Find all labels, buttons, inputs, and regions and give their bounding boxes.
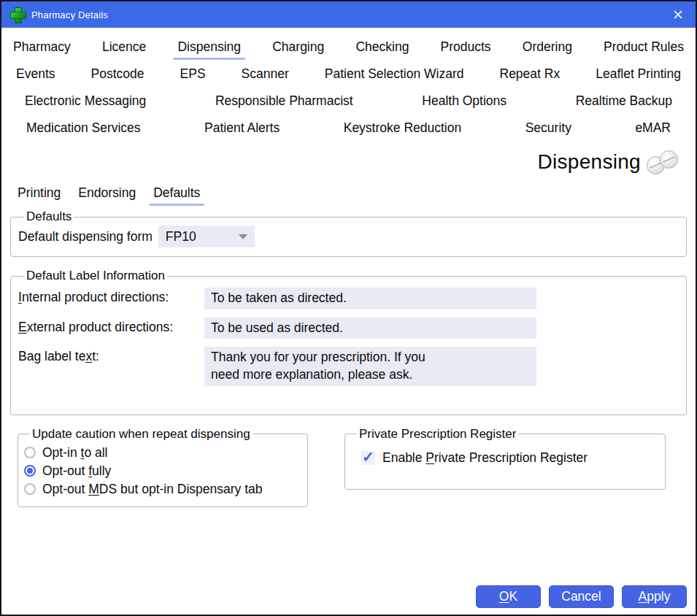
radio-button[interactable]	[24, 465, 36, 477]
tab-row-3: Electronic Messaging Responsible Pharmac…	[1, 88, 696, 115]
tab-row-1: Pharmacy Licence Dispensing Charging Che…	[1, 34, 696, 61]
private-rx-legend: Private Prescription Register	[357, 427, 518, 442]
titlebar: Pharmacy Details ✕	[1, 1, 696, 28]
radio-label: Opt-out fully	[42, 463, 111, 479]
enable-private-rx-row[interactable]: ✓ Enable Private Prescription Register	[361, 450, 659, 466]
tab-leaflet-printing[interactable]: Leaflet Printing	[596, 66, 681, 82]
pharmacy-details-dialog: Pharmacy Details ✕ Pharmacy Licence Disp…	[0, 0, 697, 616]
checkbox[interactable]: ✓	[361, 451, 375, 465]
tab-product-rules[interactable]: Product Rules	[604, 39, 684, 55]
button-bar: OK Cancel Apply	[476, 585, 687, 608]
tab-electronic-messaging[interactable]: Electronic Messaging	[25, 93, 146, 109]
chevron-down-icon	[239, 234, 247, 239]
tab-health-options[interactable]: Health Options	[422, 93, 507, 109]
tab-checking[interactable]: Checking	[355, 39, 409, 55]
bottom-groups: Update caution when repeat dispensing Op…	[18, 427, 679, 507]
radio-button[interactable]	[24, 447, 36, 458]
defaults-groupbox: Defaults Default dispensing form FP10	[10, 209, 687, 257]
private-rx-groupbox: Private Prescription Register ✓ Enable P…	[344, 427, 666, 490]
check-icon: ✓	[362, 450, 374, 464]
tab-security[interactable]: Security	[525, 120, 571, 136]
external-directions-input[interactable]: To be used as directed.	[204, 317, 536, 339]
dispensing-form-row: Default dispensing form FP10	[18, 226, 679, 247]
tab-emar[interactable]: eMAR	[635, 120, 671, 136]
tab-ordering[interactable]: Ordering	[523, 39, 572, 55]
internal-directions-label: Internal product directions:	[18, 288, 204, 305]
tab-events[interactable]: Events	[16, 66, 55, 82]
tab-patient-selection-wizard[interactable]: Patient Selection Wizard	[325, 66, 464, 82]
tab-eps[interactable]: EPS	[180, 66, 206, 82]
subtab-printing[interactable]: Printing	[18, 185, 61, 201]
close-icon[interactable]: ✕	[669, 8, 687, 22]
update-caution-groupbox: Update caution when repeat dispensing Op…	[18, 427, 308, 507]
external-directions-label: External product directions:	[18, 317, 204, 335]
tab-scanner[interactable]: Scanner	[242, 66, 289, 82]
radio-label: Opt-out MDS but opt-in Dispensary tab	[42, 482, 263, 497]
tab-products[interactable]: Products	[441, 39, 491, 55]
dispensing-form-label: Default dispensing form	[18, 229, 153, 245]
tab-row-4: Medication Services Patient Alerts Keyst…	[1, 115, 696, 142]
tab-realtime-backup[interactable]: Realtime Backup	[576, 93, 672, 109]
sub-tabs: Printing Endorsing Defaults	[18, 185, 696, 201]
ok-button[interactable]: OK	[476, 585, 541, 608]
label-info-legend: Default Label Information	[24, 269, 167, 283]
window-title: Pharmacy Details	[31, 9, 108, 20]
main-tabs: Pharmacy Licence Dispensing Charging Che…	[1, 28, 696, 142]
label-info-groupbox: Default Label Information Internal produ…	[10, 269, 687, 415]
internal-directions-input[interactable]: To be taken as directed.	[204, 288, 536, 309]
update-caution-legend: Update caution when repeat dispensing	[30, 427, 253, 442]
radio-opt-in-to-all[interactable]: Opt-in to all	[24, 445, 301, 461]
external-directions-row: External product directions: To be used …	[18, 317, 679, 339]
dispensing-form-value: FP10	[166, 229, 196, 245]
radio-opt-out-fully[interactable]: Opt-out fully	[24, 463, 301, 479]
bag-label-label: Bag label text:	[18, 347, 204, 364]
radio-opt-out-mds[interactable]: Opt-out MDS but opt-in Dispensary tab	[24, 482, 301, 497]
radio-button[interactable]	[24, 483, 36, 495]
tab-dispensing[interactable]: Dispensing	[177, 39, 241, 55]
tab-responsible-pharmacist[interactable]: Responsible Pharmacist	[215, 93, 353, 109]
radio-label: Opt-in to all	[42, 445, 108, 461]
page-title: Dispensing	[537, 150, 641, 174]
checkbox-label: Enable Private Prescription Register	[382, 450, 588, 466]
defaults-legend: Defaults	[24, 209, 74, 224]
subtab-defaults[interactable]: Defaults	[153, 185, 200, 201]
tab-row-2: Events Postcode EPS Scanner Patient Sele…	[1, 61, 696, 88]
page-heading: Dispensing	[1, 150, 678, 174]
tab-repeat-rx[interactable]: Repeat Rx	[500, 66, 561, 82]
tab-pharmacy[interactable]: Pharmacy	[13, 39, 71, 55]
bag-label-row: Bag label text: Thank you for your presc…	[18, 347, 679, 385]
tab-licence[interactable]: Licence	[102, 39, 146, 55]
tab-keystroke-reduction[interactable]: Keystroke Reduction	[344, 120, 461, 136]
cancel-button[interactable]: Cancel	[549, 585, 614, 608]
tab-charging[interactable]: Charging	[272, 39, 324, 55]
pills-icon	[647, 153, 678, 172]
tab-medication-services[interactable]: Medication Services	[26, 120, 141, 136]
tab-postcode[interactable]: Postcode	[91, 66, 145, 82]
pill-icon	[660, 150, 678, 169]
dispensing-form-dropdown[interactable]: FP10	[158, 226, 255, 247]
tab-patient-alerts[interactable]: Patient Alerts	[204, 120, 280, 136]
bag-label-textarea[interactable]: Thank you for your prescription. If you …	[204, 347, 536, 385]
apply-button[interactable]: Apply	[622, 585, 687, 608]
subtab-endorsing[interactable]: Endorsing	[78, 185, 136, 201]
internal-directions-row: Internal product directions: To be taken…	[18, 288, 679, 309]
green-cross-app-icon	[10, 7, 25, 22]
